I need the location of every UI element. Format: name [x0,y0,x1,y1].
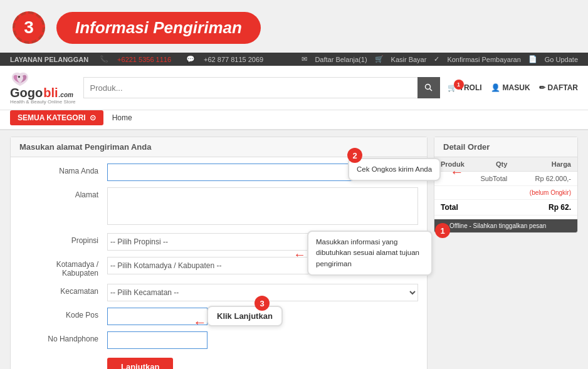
lanjutkan-button[interactable]: Lanjutkan [107,358,173,369]
masuk-icon: 👤 [491,83,500,92]
belum-ongkir: (belum Ongkir) [434,186,577,200]
wajib-badge: * Wajib Diis [379,168,418,177]
step-number: 3 [13,11,45,44]
daftar-button[interactable]: ✏ DAFTAR [539,83,578,92]
subtotal-value: Rp 62.000,- [513,172,577,186]
propinsi-label: Propinsi [19,233,107,245]
cart-badge: 1 [454,80,464,90]
handphone-label: No Handphone [19,331,107,343]
handphone-input[interactable] [107,331,207,349]
svg-point-0 [18,76,20,78]
form-header: Masukan alamat Pengiriman Anda [11,137,427,157]
chevron-right-icon: ⊙ [90,113,96,122]
col-qty: Qty [482,157,513,172]
kecamatan-label: Kecamatan [19,284,107,296]
phone2: +62 877 8115 2069 [204,56,263,63]
offline-bar: ✉ Offline - Silahkan tinggalkan pesan [434,219,577,232]
alamat-input[interactable] [107,187,418,225]
svg-line-2 [429,89,432,91]
daftar-icon: ✏ [539,83,545,92]
logo-sub: Health & Beauty Online Store [10,99,76,105]
kodepos-input[interactable] [107,308,207,325]
kodepos-label: Kode Pos [19,308,107,320]
masuk-label: MASUK [503,83,530,92]
konfirmasi-link[interactable]: Konfirmasi Pembayaran [447,56,520,63]
home-link[interactable]: Home [112,113,132,122]
kasir-link[interactable]: Kasir Bayar [391,56,427,63]
col-harga: Harga [513,157,577,172]
search-icon [424,83,433,92]
alamat-label: Alamat [19,187,107,199]
masuk-button[interactable]: 👤 MASUK [491,83,530,92]
banner-title: Informasi Pengiriman [75,18,242,37]
logo: Gogobli.com Health & Beauty Online Store [10,71,76,105]
col-produk: Produk [434,157,482,172]
search-button[interactable] [417,77,440,98]
search-input[interactable] [83,77,417,98]
phone1: +6221 5356 1116 [117,56,171,63]
order-table: Produk Qty Harga SubTotal Rp 62.000,- (b… [434,157,577,216]
nama-label: Nama Anda [19,164,107,175]
logo-text: Gogobli.com [10,86,73,100]
layanan-label: LAYANAN PELANGGAN [10,56,88,63]
order-header: Detail Order [434,137,577,157]
total-label: Total [434,200,513,216]
kotamadya-select[interactable]: -- Pilih Kotamadya / Kabupaten -- [107,257,418,274]
semua-kategori-button[interactable]: SEMUA KATEGORI ⊙ [10,110,103,125]
kotamadya-label: Kotamadya / Kabupaten [19,257,107,278]
kasir-icon: 🛒 [375,55,384,63]
cart-button[interactable]: 🛒 1 TROLI [448,83,482,92]
phone-icon: 📞 [100,55,108,63]
whatsapp-icon: 💬 [186,55,195,63]
svg-point-1 [425,85,430,90]
nama-input[interactable] [107,164,375,181]
email-icon: ✉ [302,55,307,63]
propinsi-select[interactable]: -- Pilih Propinsi -- [107,233,418,251]
konfirmasi-icon: ✓ [434,55,439,63]
total-value: Rp 62. [513,200,577,216]
daftar-label: DAFTAR [548,83,578,92]
subtotal-label: SubTotal [434,172,513,186]
semua-label: SEMUA KATEGORI [18,113,86,122]
kecamatan-select[interactable]: -- Pilih Kecamatan -- [107,284,418,301]
offline-icon: ✉ [441,222,446,229]
update-icon: 📄 [528,55,537,63]
update-link[interactable]: Go Update [545,56,578,63]
daftar-belanja-link[interactable]: Daftar Belanja(1) [315,56,367,63]
offline-label: Offline - Silahkan tinggalkan pesan [449,222,546,229]
